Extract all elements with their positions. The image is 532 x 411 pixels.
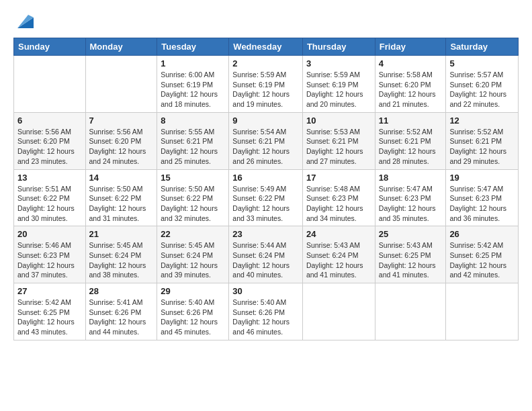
- calendar-cell: 21Sunrise: 5:45 AM Sunset: 6:24 PM Dayli…: [85, 226, 157, 283]
- calendar-cell: 28Sunrise: 5:41 AM Sunset: 6:26 PM Dayli…: [85, 283, 157, 340]
- calendar-cell: 6Sunrise: 5:56 AM Sunset: 6:20 PM Daylig…: [14, 112, 86, 169]
- day-number: 29: [161, 286, 225, 296]
- day-info: Sunrise: 5:57 AM Sunset: 6:20 PM Dayligh…: [449, 70, 515, 109]
- calendar-cell: 23Sunrise: 5:44 AM Sunset: 6:24 PM Dayli…: [229, 226, 303, 283]
- day-info: Sunrise: 5:58 AM Sunset: 6:20 PM Dayligh…: [379, 70, 443, 109]
- calendar-week-5: 27Sunrise: 5:42 AM Sunset: 6:25 PM Dayli…: [14, 283, 519, 340]
- calendar-header: SundayMondayTuesdayWednesdayThursdayFrid…: [14, 38, 519, 56]
- calendar-cell: 17Sunrise: 5:48 AM Sunset: 6:23 PM Dayli…: [302, 169, 375, 226]
- day-info: Sunrise: 5:50 AM Sunset: 6:22 PM Dayligh…: [89, 184, 154, 224]
- calendar-cell: 22Sunrise: 5:45 AM Sunset: 6:24 PM Dayli…: [157, 226, 229, 283]
- calendar-cell: 20Sunrise: 5:46 AM Sunset: 6:23 PM Dayli…: [14, 226, 86, 283]
- calendar-cell: 24Sunrise: 5:43 AM Sunset: 6:24 PM Dayli…: [302, 226, 375, 283]
- day-number: 1: [161, 58, 225, 68]
- day-number: 4: [379, 58, 443, 68]
- calendar-cell: 29Sunrise: 5:40 AM Sunset: 6:26 PM Dayli…: [157, 283, 229, 340]
- day-number: 24: [306, 229, 371, 239]
- calendar-cell: 4Sunrise: 5:58 AM Sunset: 6:20 PM Daylig…: [375, 56, 446, 113]
- day-info: Sunrise: 5:53 AM Sunset: 6:21 PM Dayligh…: [306, 127, 371, 167]
- day-number: 9: [232, 116, 299, 126]
- day-info: Sunrise: 5:56 AM Sunset: 6:20 PM Dayligh…: [17, 127, 82, 167]
- day-info: Sunrise: 5:59 AM Sunset: 6:19 PM Dayligh…: [306, 70, 371, 109]
- day-info: Sunrise: 5:40 AM Sunset: 6:26 PM Dayligh…: [232, 298, 299, 337]
- day-info: Sunrise: 5:52 AM Sunset: 6:21 PM Dayligh…: [379, 127, 443, 167]
- calendar-cell: [446, 283, 519, 340]
- calendar-cell: [85, 56, 157, 113]
- calendar-cell: 9Sunrise: 5:54 AM Sunset: 6:21 PM Daylig…: [229, 112, 303, 169]
- day-number: 23: [232, 229, 299, 239]
- day-number: 10: [306, 116, 371, 126]
- day-number: 17: [306, 173, 371, 183]
- day-number: 30: [232, 286, 299, 296]
- calendar-week-2: 6Sunrise: 5:56 AM Sunset: 6:20 PM Daylig…: [14, 112, 519, 169]
- day-number: 13: [17, 173, 82, 183]
- calendar-cell: 1Sunrise: 6:00 AM Sunset: 6:19 PM Daylig…: [157, 56, 229, 113]
- calendar-cell: [302, 283, 375, 340]
- weekday-header-saturday: Saturday: [446, 38, 519, 56]
- weekday-header-tuesday: Tuesday: [157, 38, 229, 56]
- calendar-cell: 7Sunrise: 5:56 AM Sunset: 6:20 PM Daylig…: [85, 112, 157, 169]
- day-number: 20: [17, 229, 82, 239]
- day-info: Sunrise: 5:49 AM Sunset: 6:22 PM Dayligh…: [232, 184, 299, 224]
- day-info: Sunrise: 5:52 AM Sunset: 6:21 PM Dayligh…: [449, 127, 515, 167]
- day-info: Sunrise: 5:46 AM Sunset: 6:23 PM Dayligh…: [17, 240, 82, 280]
- day-info: Sunrise: 5:40 AM Sunset: 6:26 PM Dayligh…: [161, 298, 225, 337]
- weekday-header-thursday: Thursday: [302, 38, 375, 56]
- logo-icon: [15, 12, 34, 31]
- day-number: 16: [232, 173, 299, 183]
- day-info: Sunrise: 5:47 AM Sunset: 6:23 PM Dayligh…: [449, 184, 515, 224]
- calendar-cell: 8Sunrise: 5:55 AM Sunset: 6:21 PM Daylig…: [157, 112, 229, 169]
- weekday-row: SundayMondayTuesdayWednesdayThursdayFrid…: [14, 38, 519, 56]
- weekday-header-friday: Friday: [375, 38, 446, 56]
- day-number: 3: [306, 58, 371, 68]
- calendar-cell: 12Sunrise: 5:52 AM Sunset: 6:21 PM Dayli…: [446, 112, 519, 169]
- day-number: 21: [89, 229, 154, 239]
- header: [13, 12, 519, 31]
- day-number: 12: [449, 116, 515, 126]
- calendar-cell: 5Sunrise: 5:57 AM Sunset: 6:20 PM Daylig…: [446, 56, 519, 113]
- calendar-cell: 30Sunrise: 5:40 AM Sunset: 6:26 PM Dayli…: [229, 283, 303, 340]
- calendar-week-1: 1Sunrise: 6:00 AM Sunset: 6:19 PM Daylig…: [14, 56, 519, 113]
- calendar-cell: 11Sunrise: 5:52 AM Sunset: 6:21 PM Dayli…: [375, 112, 446, 169]
- calendar-cell: 14Sunrise: 5:50 AM Sunset: 6:22 PM Dayli…: [85, 169, 157, 226]
- day-number: 28: [89, 286, 154, 296]
- calendar-cell: [375, 283, 446, 340]
- calendar-week-4: 20Sunrise: 5:46 AM Sunset: 6:23 PM Dayli…: [14, 226, 519, 283]
- calendar-cell: 13Sunrise: 5:51 AM Sunset: 6:22 PM Dayli…: [14, 169, 86, 226]
- page: SundayMondayTuesdayWednesdayThursdayFrid…: [0, 0, 532, 411]
- day-info: Sunrise: 5:50 AM Sunset: 6:22 PM Dayligh…: [161, 184, 225, 224]
- calendar-cell: 26Sunrise: 5:42 AM Sunset: 6:25 PM Dayli…: [446, 226, 519, 283]
- day-number: 27: [17, 286, 82, 296]
- calendar-cell: 25Sunrise: 5:43 AM Sunset: 6:25 PM Dayli…: [375, 226, 446, 283]
- weekday-header-sunday: Sunday: [14, 38, 86, 56]
- day-info: Sunrise: 5:55 AM Sunset: 6:21 PM Dayligh…: [161, 127, 225, 167]
- calendar-cell: 19Sunrise: 5:47 AM Sunset: 6:23 PM Dayli…: [446, 169, 519, 226]
- day-number: 5: [449, 58, 515, 68]
- day-info: Sunrise: 6:00 AM Sunset: 6:19 PM Dayligh…: [161, 70, 225, 109]
- calendar-cell: 18Sunrise: 5:47 AM Sunset: 6:23 PM Dayli…: [375, 169, 446, 226]
- day-info: Sunrise: 5:56 AM Sunset: 6:20 PM Dayligh…: [89, 127, 154, 167]
- day-number: 8: [161, 116, 225, 126]
- calendar-cell: 16Sunrise: 5:49 AM Sunset: 6:22 PM Dayli…: [229, 169, 303, 226]
- day-number: 7: [89, 116, 154, 126]
- calendar-cell: 2Sunrise: 5:59 AM Sunset: 6:19 PM Daylig…: [229, 56, 303, 113]
- calendar-cell: [14, 56, 86, 113]
- calendar-cell: 10Sunrise: 5:53 AM Sunset: 6:21 PM Dayli…: [302, 112, 375, 169]
- day-info: Sunrise: 5:48 AM Sunset: 6:23 PM Dayligh…: [306, 184, 371, 224]
- calendar-cell: 3Sunrise: 5:59 AM Sunset: 6:19 PM Daylig…: [302, 56, 375, 113]
- day-info: Sunrise: 5:42 AM Sunset: 6:25 PM Dayligh…: [17, 298, 82, 337]
- day-info: Sunrise: 5:45 AM Sunset: 6:24 PM Dayligh…: [89, 240, 154, 280]
- day-info: Sunrise: 5:43 AM Sunset: 6:24 PM Dayligh…: [306, 240, 371, 280]
- calendar-cell: 27Sunrise: 5:42 AM Sunset: 6:25 PM Dayli…: [14, 283, 86, 340]
- day-number: 25: [379, 229, 443, 239]
- day-info: Sunrise: 5:44 AM Sunset: 6:24 PM Dayligh…: [232, 240, 299, 280]
- calendar-table: SundayMondayTuesdayWednesdayThursdayFrid…: [13, 38, 519, 340]
- day-number: 11: [379, 116, 443, 126]
- day-info: Sunrise: 5:43 AM Sunset: 6:25 PM Dayligh…: [379, 240, 443, 280]
- day-info: Sunrise: 5:41 AM Sunset: 6:26 PM Dayligh…: [89, 298, 154, 337]
- day-number: 6: [17, 116, 82, 126]
- day-number: 26: [449, 229, 515, 239]
- day-number: 18: [379, 173, 443, 183]
- day-info: Sunrise: 5:51 AM Sunset: 6:22 PM Dayligh…: [17, 184, 82, 224]
- day-info: Sunrise: 5:54 AM Sunset: 6:21 PM Dayligh…: [232, 127, 299, 167]
